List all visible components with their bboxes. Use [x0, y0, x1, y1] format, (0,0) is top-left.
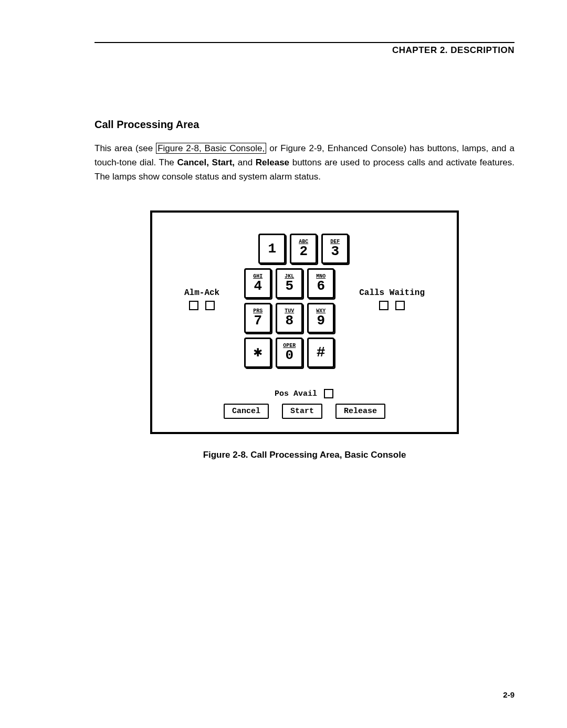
- key-9[interactable]: WXY 9: [307, 303, 334, 333]
- alm-ack-lamp-1: [189, 301, 198, 310]
- key-2-num: 2: [299, 245, 308, 258]
- key-5[interactable]: JKL 5: [276, 268, 303, 299]
- text-pre: This area (see: [94, 143, 156, 153]
- pos-avail-lamp: [324, 389, 333, 398]
- key-5-num: 5: [285, 279, 293, 293]
- key-6[interactable]: MNO 6: [307, 268, 334, 299]
- key-star[interactable]: ✱: [244, 337, 271, 368]
- key-9-num: 9: [317, 314, 325, 328]
- key-4-num: 4: [254, 279, 262, 293]
- page-number: 2-9: [503, 690, 514, 699]
- key-hash[interactable]: #: [307, 337, 334, 368]
- calls-waiting-lamp-2: [395, 301, 405, 310]
- key-star-sym: ✱: [254, 345, 262, 360]
- key-0[interactable]: OPER 0: [276, 337, 303, 368]
- key-8-num: 8: [285, 314, 293, 328]
- keypad: 1 ABC 2 DEF 3 GHI 4: [230, 234, 349, 368]
- key-4[interactable]: GHI 4: [244, 268, 271, 299]
- calls-waiting-label: Calls Waiting: [359, 288, 425, 313]
- body-paragraph: This area (see Figure 2-8, Basic Console…: [94, 141, 514, 184]
- cancel-button[interactable]: Cancel: [224, 404, 269, 419]
- figure-caption: Figure 2-8. Call Processing Area, Basic …: [94, 450, 514, 460]
- key-1-num: 1: [268, 242, 276, 256]
- calls-waiting-text: Calls Waiting: [359, 288, 425, 298]
- key-0-num: 0: [285, 349, 293, 362]
- section-title: Call Processing Area: [94, 119, 514, 131]
- key-8[interactable]: TUV 8: [276, 303, 303, 333]
- alm-ack-text: Alm-Ack: [184, 288, 219, 298]
- alm-ack-lamp-2: [205, 301, 215, 310]
- pos-avail-label: Pos Avail: [168, 389, 441, 398]
- key-3[interactable]: DEF 3: [321, 234, 349, 264]
- key-6-num: 6: [317, 279, 325, 293]
- key-7[interactable]: PRS 7: [244, 303, 271, 333]
- start-button[interactable]: Start: [282, 404, 322, 419]
- figure-link[interactable]: Figure 2-8, Basic Console,: [156, 143, 266, 154]
- key-2[interactable]: ABC 2: [290, 234, 317, 264]
- key-3-num: 3: [331, 245, 339, 258]
- alm-ack-label: Alm-Ack: [184, 288, 219, 313]
- calls-waiting-lamp-1: [379, 301, 388, 310]
- text-mid2: and: [235, 157, 256, 167]
- bold-release: Release: [256, 157, 289, 167]
- pos-avail-text: Pos Avail: [275, 389, 317, 398]
- key-1[interactable]: 1: [258, 234, 286, 264]
- release-button[interactable]: Release: [335, 404, 385, 419]
- figure-frame: Alm-Ack 1 ABC 2 DEF: [150, 210, 459, 434]
- key-hash-sym: #: [317, 345, 326, 360]
- key-7-num: 7: [254, 314, 262, 328]
- bold-cancel-start: Cancel, Start,: [177, 157, 235, 167]
- chapter-header: CHAPTER 2. DESCRIPTION: [94, 45, 514, 56]
